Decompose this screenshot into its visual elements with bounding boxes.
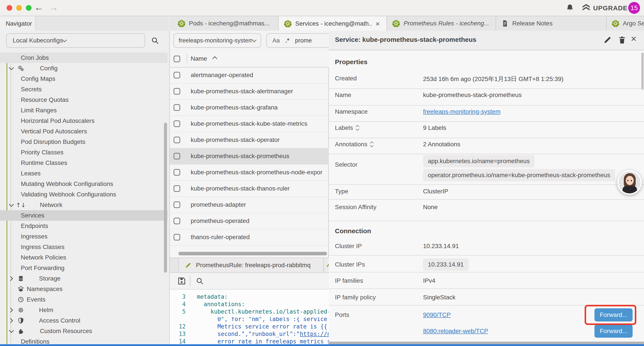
row-checkbox[interactable]	[174, 88, 180, 95]
row-checkbox[interactable]	[174, 169, 180, 176]
sidebar-item-network-policies[interactable]: Network Policies	[0, 252, 168, 263]
close-window-button[interactable]	[6, 5, 12, 11]
sidebar-item-cron-jobs[interactable]: Cron Jobs	[0, 52, 168, 63]
tab-release-notes[interactable]: Release Notes	[496, 16, 606, 31]
row-checkbox[interactable]	[174, 234, 180, 240]
back-arrow-icon[interactable]: ←	[34, 2, 44, 13]
expand-collapse-icon[interactable]	[356, 125, 359, 130]
sidebar-group-custom-resources[interactable]: Custom Resources	[0, 326, 168, 336]
row-checkbox[interactable]	[174, 201, 180, 208]
sidebar-item-limit-ranges[interactable]: Limit Ranges	[0, 105, 168, 116]
tab-services[interactable]: Services - icecheng@math... ×	[278, 16, 387, 31]
sidebar-item-pod-disruption-budgets[interactable]: Pod Disruption Budgets	[0, 137, 168, 147]
sidebar-item-ingresses[interactable]: Ingresses	[0, 231, 168, 242]
table-row[interactable]: kube-prometheus-stack-grafana	[170, 99, 329, 116]
yaml-editor[interactable]: 3metadata: 4 annotations: 5 kubectl.kube…	[170, 290, 329, 344]
tab-pods[interactable]: Pods - icecheng@mathmas...	[172, 16, 278, 31]
table-row[interactable]: thanos-ruler-operated	[170, 229, 329, 246]
sidebar-item-horizontal-pod-autoscalers[interactable]: Horizontal Pod Autoscalers	[0, 116, 168, 126]
forward-arrow-icon[interactable]: →	[49, 2, 58, 13]
sidebar-item-leases[interactable]: Leases	[0, 168, 168, 179]
table-row-selected[interactable]: kube-prometheus-stack-prometheus	[170, 148, 329, 164]
table-row[interactable]: kube-prometheus-stack-prometheus-node-ex…	[170, 164, 329, 181]
forward-button[interactable]: Forward...	[594, 325, 632, 338]
sidebar-item-priority-classes[interactable]: Priority Classes	[0, 147, 168, 158]
maximize-window-button[interactable]	[26, 5, 32, 11]
namespace-filter-dropdown[interactable]: freeleaps-monitoring-system	[174, 33, 261, 48]
table-row[interactable]: prometheus-adapter	[170, 197, 329, 213]
namespace-link[interactable]: freeleaps-monitoring-system	[423, 108, 500, 115]
sidebar-item-events[interactable]: Events	[0, 294, 168, 305]
expand-collapse-icon[interactable]	[370, 142, 373, 147]
detail-scrollbar[interactable]	[641, 52, 644, 90]
sidebar-item-validating-webhook-configurations[interactable]: Validating Webhook Configurations	[0, 189, 168, 200]
sidebar-group-network[interactable]: ↑↓Network	[0, 200, 168, 210]
search-icon[interactable]	[196, 277, 204, 286]
row-separator	[329, 88, 644, 89]
row-checkbox[interactable]	[174, 120, 180, 127]
regex-icon[interactable]: .*	[286, 37, 289, 44]
sidebar-item-runtime-classes[interactable]: Runtime Classes	[0, 158, 168, 168]
column-header-name[interactable]: Name	[191, 55, 207, 62]
table-row[interactable]: kube-prometheus-stack-kube-state-metrics	[170, 116, 329, 132]
sidebar-scrollbar[interactable]	[164, 123, 167, 273]
close-tab-icon[interactable]: ×	[376, 19, 380, 28]
save-icon[interactable]	[177, 276, 186, 287]
notification-badge[interactable]: 15	[628, 2, 640, 14]
sidebar-item-resource-quotas[interactable]: Resource Quotas	[0, 95, 168, 105]
trash-icon[interactable]	[618, 35, 626, 45]
tab-prometheusrule[interactable]: PrometheusRule: freeleaps-prod-rabbitmq	[178, 258, 324, 272]
minimize-window-button[interactable]	[16, 5, 22, 11]
row-separator	[329, 199, 644, 200]
sidebar-item-endpoints[interactable]: Endpoints	[0, 221, 168, 231]
upgrade-chevrons-icon[interactable]	[581, 3, 591, 13]
sidebar-item-services[interactable]: Services	[0, 210, 168, 221]
table-row[interactable]: kube-prometheus-stack-operator	[170, 132, 329, 148]
properties-heading: Properties	[335, 58, 367, 66]
row-checkbox[interactable]	[174, 104, 180, 111]
sidebar-item-config-maps[interactable]: Config Maps	[0, 74, 168, 84]
row-checkbox[interactable]	[174, 72, 180, 78]
match-case-icon[interactable]: Aa	[272, 37, 280, 44]
sidebar-item-port-forwarding[interactable]: Port Forwarding	[0, 263, 168, 273]
row-label-created: Created	[335, 75, 357, 82]
row-checkbox[interactable]	[174, 218, 180, 224]
sidebar-item-ingress-classes[interactable]: Ingress Classes	[0, 242, 168, 252]
sidebar-item-vertical-pod-autoscalers[interactable]: Vertical Pod Autoscalers	[0, 126, 168, 137]
tab-prometheus-rules[interactable]: Prometheus Rules - icecheng...	[387, 16, 496, 31]
sidebar-group-config[interactable]: Config	[0, 63, 168, 74]
upgrade-label[interactable]: UPGRADE	[593, 4, 628, 12]
sidebar-group-access-control[interactable]: Access Control	[0, 315, 168, 326]
editor-line: 14 error rate in freeleaps metrics ser	[170, 338, 329, 345]
avatar[interactable]	[617, 170, 642, 195]
sort-ascending-icon[interactable]	[212, 56, 218, 61]
table-row[interactable]: kube-prometheus-stack-alertmanager	[170, 83, 329, 100]
row-checkbox[interactable]	[174, 185, 180, 192]
kubeconfig-selector[interactable]: Local Kubeconfigs	[6, 33, 145, 48]
row-value-session-affinity: None	[423, 204, 438, 211]
close-icon[interactable]: ×	[631, 33, 636, 44]
horizontal-scrollbar[interactable]	[178, 252, 327, 255]
row-checkbox[interactable]	[174, 153, 180, 159]
sidebar-item-namespaces[interactable]: Namespaces	[0, 284, 168, 294]
table-row[interactable]: kube-prometheus-stack-thanos-ruler	[170, 180, 329, 197]
search-input[interactable]: Aa .* prome	[266, 33, 329, 48]
tab-navigator[interactable]: Navigator	[0, 16, 36, 31]
sidebar-group-storage[interactable]: Storage	[0, 273, 168, 284]
select-all-checkbox[interactable]	[174, 56, 180, 62]
row-label-annotations[interactable]: Annotations	[335, 141, 373, 148]
table-row[interactable]: alertmanager-operated	[170, 67, 329, 83]
namespace-filter-value: freeleaps-monitoring-system	[179, 37, 252, 44]
bell-icon[interactable]	[566, 3, 574, 13]
sidebar-group-helm[interactable]: Helm	[0, 305, 168, 315]
row-label-labels[interactable]: Labels	[335, 124, 359, 131]
row-checkbox[interactable]	[174, 137, 180, 143]
sidebar-item-secrets[interactable]: Secrets	[0, 84, 168, 95]
port-link-8080[interactable]: 8080:reloader-web/TCP	[423, 328, 488, 335]
sidebar-item-mutating-webhook-configurations[interactable]: Mutating Webhook Configurations	[0, 179, 168, 189]
tab-argo[interactable]: Argo Se	[606, 16, 644, 31]
table-row[interactable]: prometheus-operated	[170, 213, 329, 229]
port-link-9090[interactable]: 9090/TCP	[423, 311, 451, 319]
edit-icon[interactable]	[603, 35, 612, 45]
search-icon[interactable]	[151, 36, 159, 45]
